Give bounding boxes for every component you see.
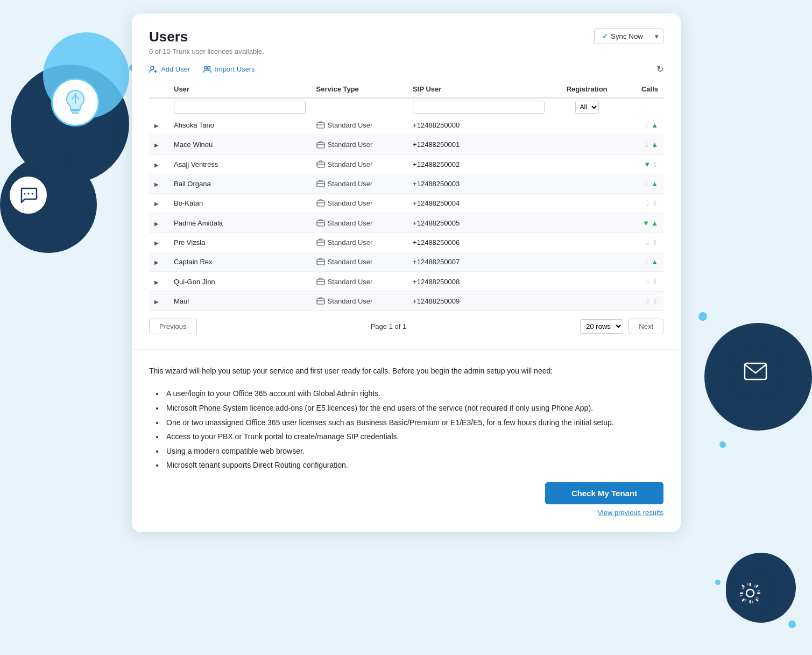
- registration: [550, 174, 624, 193]
- sip-filter-input[interactable]: [413, 101, 545, 114]
- table-row: ▶ Captain Rex Standard User +12488250007: [149, 252, 663, 272]
- add-user-button[interactable]: Add User: [149, 65, 190, 74]
- service-type-icon: [316, 218, 325, 227]
- next-button[interactable]: Next: [629, 319, 663, 334]
- service-type: Standard User: [311, 252, 408, 272]
- service-type-icon: [316, 297, 325, 306]
- table-row: ▶ Mace Windu Standard User +12488250001: [149, 135, 663, 154]
- svg-point-7: [746, 589, 754, 597]
- table-row: ▶ Bo-Katan Standard User +12488250004: [149, 194, 663, 213]
- expand-cell[interactable]: ▶: [149, 194, 168, 213]
- service-type-icon: [316, 257, 325, 266]
- list-item: Access to your PBX or Trunk portal to cr…: [164, 429, 663, 444]
- expand-cell[interactable]: ▶: [149, 135, 168, 154]
- svg-rect-19: [317, 181, 324, 187]
- svg-point-3: [24, 193, 25, 194]
- users-subtitle: 0 of 10 Trunk user licences available.: [149, 47, 264, 55]
- sip-user: +12488250002: [407, 154, 550, 174]
- previous-button[interactable]: Previous: [149, 319, 197, 334]
- sync-dropdown-arrow[interactable]: ▾: [651, 29, 663, 44]
- sip-user: +12488250008: [407, 272, 550, 291]
- users-table: User Service Type SIP User Registration …: [149, 81, 663, 311]
- svg-rect-23: [317, 221, 324, 226]
- service-type: Standard User: [311, 291, 408, 311]
- sip-user: +12488250006: [407, 233, 550, 252]
- svg-rect-27: [317, 259, 324, 265]
- page-info: Page 1 of 1: [371, 322, 407, 330]
- col-sip-user: SIP User: [407, 81, 550, 98]
- calls: ⇩⇧: [624, 291, 663, 311]
- svg-point-11: [204, 66, 207, 69]
- sip-user: +12488250000: [407, 116, 550, 135]
- rows-per-page-select[interactable]: 10 rows 20 rows 50 rows: [580, 319, 623, 334]
- calls: ▼▲: [624, 213, 663, 233]
- list-item: Microsoft Phone System licence add-ons (…: [164, 401, 663, 415]
- page-title: Users: [149, 29, 264, 45]
- user-name: Qui-Gon Jinn: [168, 272, 311, 291]
- expand-cell[interactable]: ▶: [149, 291, 168, 311]
- col-user: User: [168, 81, 311, 98]
- expand-cell[interactable]: ▶: [149, 116, 168, 135]
- sync-label: Sync Now: [611, 32, 643, 40]
- svg-rect-6: [745, 363, 766, 379]
- sip-user: +12488250004: [407, 194, 550, 213]
- users-table-body: ▶ Ahsoka Tano Standard User +12488250000: [149, 116, 663, 311]
- check-tenant-button[interactable]: Check My Tenant: [545, 482, 663, 504]
- list-item: One or two unassigned Office 365 user li…: [164, 415, 663, 430]
- lightbulb-icon: [51, 78, 100, 126]
- svg-rect-13: [317, 123, 324, 128]
- table-row: ▶ Bail Organa Standard User +12488250003: [149, 174, 663, 193]
- expand-cell[interactable]: ▶: [149, 154, 168, 174]
- service-type: Standard User: [311, 272, 408, 291]
- svg-point-8: [151, 66, 154, 69]
- bg-dot-r1: [698, 312, 707, 321]
- registration: [550, 213, 624, 233]
- user-name: Bail Organa: [168, 174, 311, 193]
- service-type-icon: [316, 277, 325, 286]
- service-type: Standard User: [311, 213, 408, 233]
- svg-point-4: [27, 193, 29, 194]
- registration: [550, 116, 624, 135]
- refresh-icon[interactable]: ↻: [656, 64, 663, 74]
- expand-cell[interactable]: ▶: [149, 233, 168, 252]
- sync-now-button[interactable]: ✓ Sync Now: [595, 29, 651, 44]
- user-name: Pre Vizsla: [168, 233, 311, 252]
- service-type: Standard User: [311, 116, 408, 135]
- calls: ⇩⇧: [624, 194, 663, 213]
- sync-button[interactable]: ✓ Sync Now ▾: [594, 29, 663, 44]
- users-panel: Users 0 of 10 Trunk user licences availa…: [132, 13, 681, 350]
- registration-filter-select[interactable]: All: [575, 101, 599, 114]
- user-filter-input[interactable]: [174, 101, 306, 114]
- service-type: Standard User: [311, 194, 408, 213]
- user-name: Padmé Amidala: [168, 213, 311, 233]
- registration: [550, 154, 624, 174]
- calls: ⇩▲: [624, 135, 663, 154]
- svg-point-12: [208, 66, 210, 69]
- svg-point-5: [31, 193, 33, 194]
- registration: [550, 252, 624, 272]
- view-previous-results-link[interactable]: View previous results: [597, 509, 663, 517]
- svg-rect-15: [317, 143, 324, 148]
- user-name: Asajj Ventress: [168, 154, 311, 174]
- wizard-list: A user/login to your Office 365 account …: [149, 386, 663, 473]
- service-type-icon: [316, 160, 325, 169]
- svg-rect-21: [317, 201, 324, 206]
- user-name: Ahsoka Tano: [168, 116, 311, 135]
- bg-dot-r2: [719, 441, 726, 448]
- import-users-button[interactable]: Import Users: [203, 65, 255, 74]
- mail-icon-circle: [729, 344, 782, 398]
- wizard-panel: This wizard will help you setup your ser…: [132, 350, 681, 532]
- expand-cell[interactable]: ▶: [149, 213, 168, 233]
- check-icon: ✓: [602, 32, 608, 40]
- calls: ⇩⇧: [624, 233, 663, 252]
- service-type-icon: [316, 199, 325, 208]
- calls: ⇩▲: [624, 174, 663, 193]
- expand-cell[interactable]: ▶: [149, 252, 168, 272]
- wizard-intro: This wizard will help you setup your ser…: [149, 365, 663, 377]
- expand-cell[interactable]: ▶: [149, 174, 168, 193]
- service-type: Standard User: [311, 154, 408, 174]
- user-name: Captain Rex: [168, 252, 311, 272]
- expand-cell[interactable]: ▶: [149, 272, 168, 291]
- user-name: Mace Windu: [168, 135, 311, 154]
- pagination: Previous Page 1 of 1 10 rows 20 rows 50 …: [149, 311, 663, 336]
